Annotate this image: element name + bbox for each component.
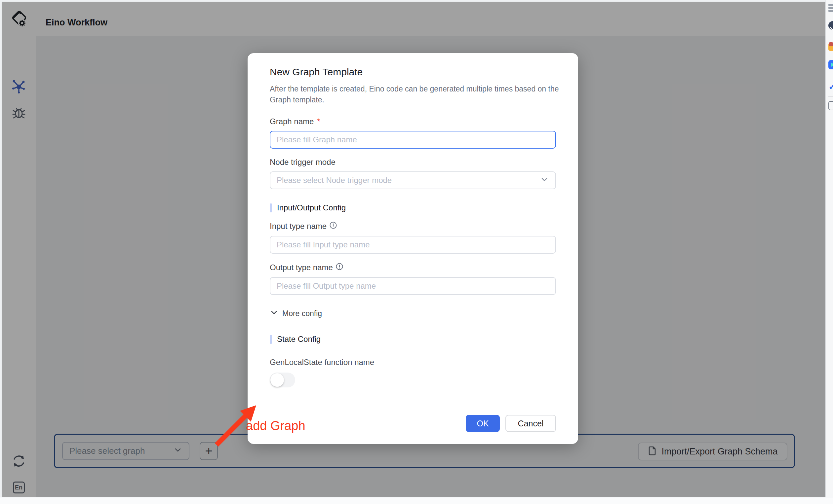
more-config-toggle[interactable]: More config [270, 308, 322, 319]
input-type-name-input[interactable] [270, 236, 556, 254]
stack-icon[interactable] [828, 4, 833, 13]
graph-name-label: Graph name* [270, 117, 556, 126]
dialog-title: New Graph Template [270, 67, 556, 78]
section-bar [270, 335, 272, 344]
chevron-down-icon [270, 308, 278, 319]
state-config-section-header: State Config [270, 334, 556, 344]
required-asterisk: * [317, 117, 320, 126]
cancel-button[interactable]: Cancel [505, 415, 556, 432]
node-trigger-mode-label: Node trigger mode [270, 157, 556, 167]
section-bar [270, 203, 272, 212]
node-trigger-mode-select[interactable]: Please select Node trigger mode [270, 171, 556, 189]
node-trigger-placeholder: Please select Node trigger mode [277, 176, 392, 185]
switch-knob [270, 373, 284, 387]
output-type-name-label: Output type name [270, 262, 556, 273]
annotation-label: add Graph [246, 419, 305, 433]
gen-local-state-label: GenLocalState function name [270, 358, 556, 367]
new-graph-template-dialog: New Graph Template After the template is… [247, 53, 578, 444]
chevron-down-icon [540, 175, 549, 186]
clipboard-icon[interactable] [828, 101, 833, 110]
ok-button[interactable]: OK [466, 415, 500, 432]
dialog-description: After the template is created, Eino code… [270, 83, 562, 105]
input-type-name-label: Input type name [270, 221, 556, 231]
check-icon[interactable]: ✓ [828, 81, 833, 91]
dialog-footer: OK Cancel [466, 415, 556, 432]
browser-side-panel: ✓ [826, 0, 833, 497]
output-type-name-input[interactable] [270, 277, 556, 295]
dark-circle-icon[interactable] [828, 21, 833, 30]
io-config-section-header: Input/Output Config [270, 203, 556, 212]
gen-local-state-switch[interactable] [270, 373, 295, 387]
blue-player-icon[interactable] [828, 60, 833, 69]
orange-extension-icon[interactable] [828, 43, 833, 52]
info-icon[interactable] [329, 221, 337, 231]
browser-bottom-edge [0, 497, 833, 504]
graph-name-input[interactable] [270, 131, 556, 149]
info-icon[interactable] [335, 262, 343, 273]
